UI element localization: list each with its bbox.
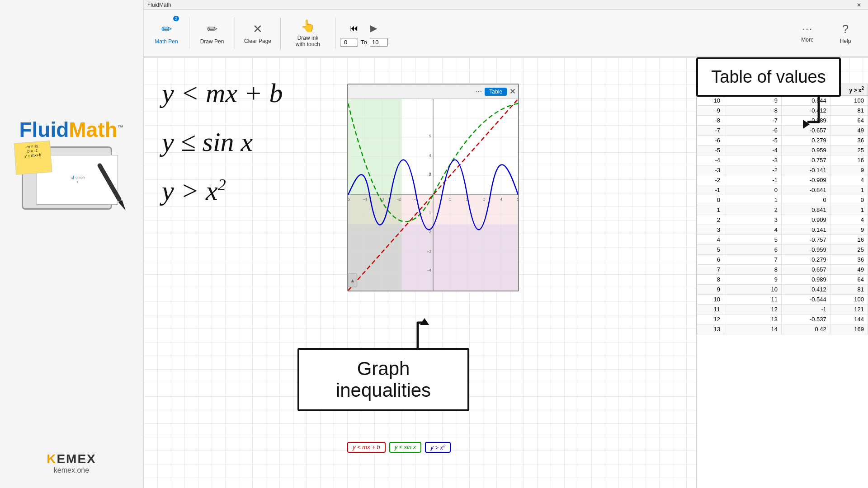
graph-panel-close-button[interactable]: ✕	[509, 87, 515, 96]
table-cell: -0.537	[782, 314, 830, 324]
table-row: -4-30.75716	[697, 155, 868, 165]
draw-pen-label: Draw Pen	[200, 38, 224, 45]
table-cell: -4	[724, 145, 782, 155]
table-row: 9100.41281	[697, 285, 868, 295]
table-cell: 9	[830, 165, 868, 175]
callout-graph: Graph inequalities	[297, 348, 469, 411]
table-cell: -9	[697, 106, 724, 116]
draw-ink-icon: 👆	[301, 19, 315, 33]
legend-item-1: y < mx + b	[347, 442, 386, 453]
table-panel[interactable]: x y < mx + b y ≤ sin x y > x2 -10-90.544…	[696, 84, 868, 488]
rewind-button[interactable]: ⏮	[346, 20, 362, 36]
range-to-input[interactable]	[370, 38, 388, 47]
logo-math: Math	[69, 118, 117, 141]
callout-table: Table of values	[696, 57, 841, 97]
help-icon: ?	[842, 22, 849, 36]
callout-table-text: Table of values	[711, 67, 826, 86]
table-row: -8-7-0.98964	[697, 116, 868, 126]
table-cell: 0	[724, 185, 782, 195]
table-cell: 6	[724, 245, 782, 255]
graph-panel-options-icon[interactable]: ···	[475, 87, 482, 96]
close-button[interactable]: ✕	[850, 0, 868, 10]
table-cell: -6	[724, 126, 782, 136]
table-row: -5-40.95925	[697, 145, 868, 155]
table-row: 1112-1121	[697, 305, 868, 314]
table-cell: -1	[724, 175, 782, 185]
table-row: 13140.42169	[697, 324, 868, 334]
svg-text:5: 5	[517, 197, 518, 202]
table-cell: 144	[830, 314, 868, 324]
svg-text:3: 3	[483, 197, 486, 202]
table-cell: 0.279	[782, 136, 830, 145]
svg-text:5: 5	[429, 133, 432, 138]
table-cell: -0.959	[782, 245, 830, 255]
table-row: -7-6-0.65749	[697, 126, 868, 136]
table-cell: 9	[697, 285, 724, 295]
table-cell: 13	[697, 324, 724, 334]
kemex-k-letter: K	[47, 452, 57, 466]
kemex-rest: EMEX	[57, 452, 96, 466]
clear-page-button[interactable]: ✕ Clear Page	[240, 13, 276, 54]
table-cell: -7	[697, 126, 724, 136]
table-cell: 0	[830, 195, 868, 205]
separator-4	[335, 18, 335, 49]
table-cell: -6	[697, 136, 724, 145]
main-canvas: y < mx + b y ≤ sin x y > x2 ··· Table ✕	[144, 57, 868, 488]
table-cell: 7	[697, 265, 724, 275]
svg-text:-3: -3	[427, 249, 431, 253]
table-row: -3-2-0.1419	[697, 165, 868, 175]
table-body: -10-90.544100-9-8-0.41281-8-7-0.98964-7-…	[697, 96, 868, 334]
table-cell: 9	[830, 225, 868, 235]
equation-2: y ≤ sin x	[162, 124, 283, 160]
math-pen-button[interactable]: 2 ✏ Math Pen	[148, 13, 184, 54]
table-cell: 0.657	[782, 265, 830, 275]
draw-ink-label: Draw inkwith touch	[296, 35, 320, 48]
table-cell: 16	[830, 155, 868, 165]
draw-pen-button[interactable]: ✏ Draw Pen	[194, 13, 230, 54]
table-cell: 25	[830, 245, 868, 255]
table-row: 45-0.75716	[697, 235, 868, 245]
left-panel: FluidMath™ m = ½ b = -1 y = mx+b 📊 graph…	[0, 0, 144, 488]
table-cell: 8	[697, 275, 724, 285]
table-cell: 2	[697, 215, 724, 225]
more-button[interactable]: ··· More	[789, 13, 826, 54]
table-cell: 64	[830, 275, 868, 285]
help-label: Help	[840, 38, 851, 44]
table-cell: 1	[724, 195, 782, 205]
table-row: 890.98964	[697, 275, 868, 285]
table-cell: 81	[830, 106, 868, 116]
table-row: 1011-0.544100	[697, 295, 868, 305]
table-cell: -1	[697, 185, 724, 195]
svg-text:4: 4	[429, 153, 432, 158]
table-cell: 0	[782, 195, 830, 205]
table-cell: -10	[697, 96, 724, 106]
table-cell: -0.909	[782, 175, 830, 185]
graph-legend: y < mx + b y ≤ sin x y > x2	[347, 442, 451, 453]
equation-1: y < mx + b	[162, 75, 283, 111]
table-cell: -0.757	[782, 235, 830, 245]
table-cell: 0.757	[782, 155, 830, 165]
kemex-url: kemex.one	[47, 466, 96, 474]
table-cell: 13	[724, 314, 782, 324]
table-row: 0100	[697, 195, 868, 205]
graph-panel-table-button[interactable]: Table	[485, 88, 507, 96]
separator-2	[235, 18, 235, 49]
range-from-input[interactable]	[340, 38, 358, 47]
draw-ink-button[interactable]: 👆 Draw inkwith touch	[285, 13, 330, 54]
table-cell: 12	[697, 314, 724, 324]
legend-item-2: y ≤ sin x	[389, 442, 422, 453]
graph-panel-header: ··· Table ✕	[348, 84, 518, 99]
callout-graph-arrow-icon	[404, 314, 431, 350]
separator-1	[189, 18, 189, 49]
toolbar: 2 ✏ Math Pen ✏ Draw Pen ✕ Clear Page 👆 D…	[144, 10, 868, 57]
table-cell: 0.959	[782, 145, 830, 155]
math-pen-label: Math Pen	[155, 38, 178, 45]
help-button[interactable]: ? Help	[827, 13, 863, 54]
run-button[interactable]: ▶	[366, 20, 382, 36]
table-cell: 5	[697, 245, 724, 255]
table-cell: -0.841	[782, 185, 830, 195]
table-cell: 16	[830, 235, 868, 245]
clear-page-label: Clear Page	[244, 38, 271, 44]
table-cell: -3	[724, 155, 782, 165]
graph-svg: -1 -2 -3 -4 1 2 3 4 5 -5 2 4 5 -2 -3 -4 …	[348, 99, 518, 291]
